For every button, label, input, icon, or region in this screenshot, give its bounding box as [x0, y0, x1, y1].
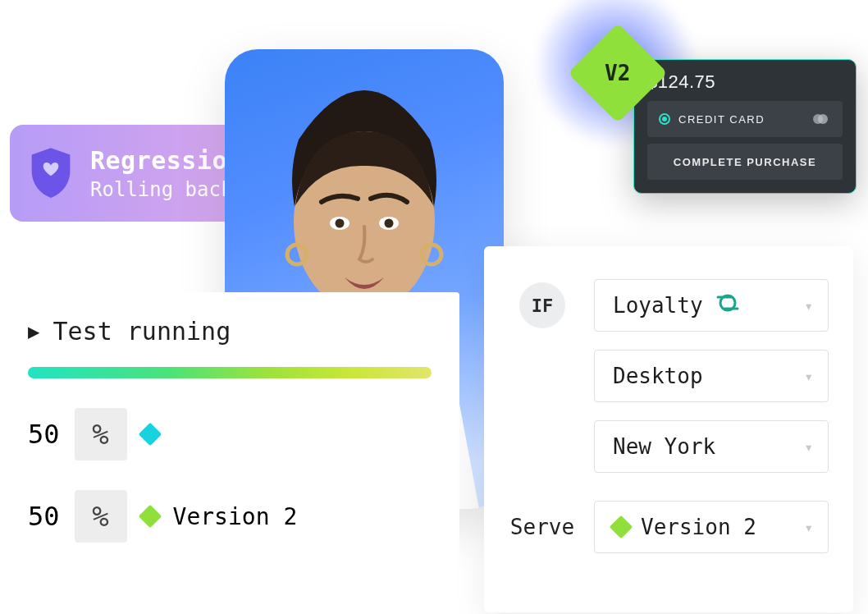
svg-point-5: [385, 219, 394, 228]
chevron-down-icon: ▾: [804, 519, 813, 536]
rules-card: IF Loyalty ▾ Desktop ▾: [484, 246, 853, 612]
location-dropdown[interactable]: New York ▾: [594, 420, 829, 473]
if-chip: IF: [519, 282, 565, 328]
test-progress-bar: [28, 367, 432, 378]
payment-price: $124.75: [647, 71, 843, 93]
chevron-down-icon: ▾: [804, 368, 813, 385]
serve-dropdown[interactable]: Version 2 ▾: [594, 501, 829, 553]
radio-selected-icon: [659, 113, 670, 125]
device-dropdown[interactable]: Desktop ▾: [594, 350, 829, 402]
payment-method-row[interactable]: CREDIT CARD: [647, 101, 843, 137]
loyalty-icon: [715, 290, 741, 321]
device-value: Desktop: [613, 364, 703, 388]
chevron-down-icon: ▾: [804, 297, 813, 314]
segment-dropdown[interactable]: Loyalty ▾: [594, 279, 829, 332]
shield-heart-icon: [28, 147, 74, 199]
version-badge-label: V2: [605, 61, 630, 85]
location-value: New York: [613, 434, 715, 459]
percent-icon: %: [75, 490, 127, 543]
diamond-lime-icon: [138, 505, 161, 528]
payment-card: $124.75 CREDIT CARD COMPLETE PURCHASE: [633, 59, 857, 194]
split-value: 50: [28, 419, 60, 450]
segment-value: Loyalty: [613, 293, 703, 318]
play-icon: ▶: [28, 322, 39, 341]
mastercard-icon: [810, 112, 831, 126]
diamond-cyan-icon: [138, 423, 161, 446]
serve-label: Serve: [510, 515, 574, 539]
test-card: ▶ Test running 50 % 50 % Version 2: [0, 292, 459, 612]
split-value: 50: [28, 501, 60, 532]
svg-point-3: [336, 219, 345, 228]
payment-method-label: CREDIT CARD: [678, 113, 765, 126]
complete-purchase-label: COMPLETE PURCHASE: [674, 156, 816, 168]
test-title: Test running: [53, 317, 231, 346]
diamond-lime-icon: [610, 515, 633, 538]
if-label: IF: [532, 296, 554, 316]
serve-value: Version 2: [641, 515, 756, 539]
complete-purchase-button[interactable]: COMPLETE PURCHASE: [647, 144, 843, 180]
split-row-1: 50 %: [28, 408, 432, 460]
chevron-down-icon: ▾: [804, 438, 813, 456]
split-label: Version 2: [173, 503, 298, 530]
split-row-2: 50 % Version 2: [28, 490, 432, 543]
percent-icon: %: [75, 408, 127, 460]
